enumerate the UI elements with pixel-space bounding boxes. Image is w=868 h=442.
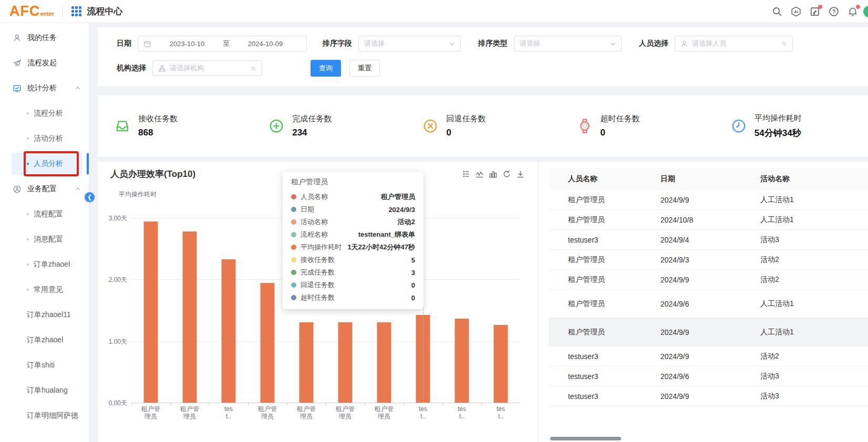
refresh-icon[interactable] — [503, 170, 511, 178]
x-axis-label: 租户管 理员 — [131, 405, 170, 420]
bar[interactable] — [144, 222, 158, 403]
stat-value: 234 — [292, 128, 332, 138]
bell-icon[interactable] — [847, 6, 859, 17]
tooltip-label: 活动名称 — [301, 217, 328, 227]
config-icon — [13, 185, 22, 194]
sidebar-subitem-label: 订单明细阿萨德 — [27, 411, 78, 420]
sort-field-label: 排序字段 — [323, 39, 352, 48]
bar[interactable] — [377, 322, 391, 403]
org-select-placeholder: 请选择机构 — [170, 64, 204, 73]
org-select-input[interactable]: 请选择机构 — [152, 60, 262, 76]
x-axis-label: tes t.. — [442, 405, 481, 420]
data-view-icon[interactable] — [462, 170, 470, 178]
stat-label: 完成任务数 — [292, 114, 332, 124]
person-select-input[interactable]: 请选择人员 — [675, 36, 793, 51]
table-row[interactable]: 租户管理员2024/9/9活动2 — [549, 270, 868, 290]
sort-field-select[interactable]: 请选择 — [358, 36, 461, 51]
date-start-value[interactable]: 2023-10-10 — [151, 40, 223, 48]
bar[interactable] — [338, 322, 353, 403]
chart-panel: 人员办理效率(Top10) 平均操作耗时 0.00天1.00天2.00天3.00… — [98, 162, 539, 442]
series-dot-icon — [291, 270, 296, 275]
memo-badge — [818, 5, 822, 9]
sort-type-select[interactable]: 请选择 — [514, 36, 622, 51]
sidebar-subitem-3-3[interactable]: 常用意见 — [0, 277, 89, 302]
chart-toolbar — [462, 170, 524, 178]
sidebar-subitem-3-1[interactable]: 消息配置 — [0, 227, 89, 252]
line-chart-icon[interactable] — [476, 170, 483, 178]
table-row[interactable]: testuser32024/9/4活动3 — [549, 230, 868, 250]
apps-grid-icon[interactable] — [71, 6, 81, 16]
filter-panel: 日期 2023-10-10 至 2024-10-09 排序字段 请选择 排序 — [98, 27, 868, 86]
table-cell: 2024/9/9 — [660, 276, 760, 284]
sidebar-item-0[interactable]: 我的任务 — [0, 25, 89, 50]
header-actions: AI ? — [771, 6, 859, 17]
sidebar-subitem-2-0[interactable]: 流程分析 — [0, 101, 89, 126]
bar[interactable] — [455, 319, 469, 403]
sidebar-subitem-3-4[interactable]: 订单zhaoel11 — [0, 302, 89, 328]
sidebar-subitem-3-2[interactable]: 订单zhaoel — [0, 252, 89, 277]
bar[interactable] — [183, 231, 197, 403]
series-dot-icon — [291, 295, 296, 300]
horizontal-scrollbar-thumb[interactable] — [550, 437, 621, 440]
bar[interactable] — [261, 283, 275, 403]
table-row[interactable]: 租户管理员2024/9/9人工活动1 — [549, 190, 868, 210]
table-row[interactable]: 租户管理员2024/9/6人工活动1 — [549, 290, 868, 318]
table-cell: 2024/9/4 — [660, 236, 760, 244]
x-circle-icon — [422, 118, 438, 134]
bar[interactable] — [299, 322, 314, 403]
reset-button[interactable]: 重置 — [349, 60, 380, 77]
memo-icon[interactable] — [809, 6, 821, 17]
table-row[interactable]: testuser32024/9/9活动3 — [549, 386, 868, 406]
tooltip-title: 租户管理员 — [291, 177, 415, 187]
search-button[interactable]: 查询 — [311, 60, 341, 77]
plus-circle-icon — [268, 118, 284, 134]
download-icon[interactable] — [516, 170, 524, 178]
sidebar-subitem-3-5[interactable]: 订单zhaoel — [0, 328, 89, 353]
sidebar-subitem-label: 常用意见 — [34, 285, 63, 294]
sidebar-subitem-2-2[interactable]: 人员分析 — [0, 151, 89, 176]
table-row[interactable]: 租户管理员2024/9/9人工活动1 — [549, 318, 868, 346]
stat-value: 868 — [138, 128, 178, 138]
table-row[interactable]: testuser32024/9/9活动2 — [549, 346, 868, 366]
sidebar-item-2[interactable]: 统计分析 — [0, 76, 89, 101]
search-icon[interactable] — [771, 6, 783, 17]
sidebar-collapse-button[interactable]: ❮ — [85, 192, 95, 202]
stat-card-0: 接收任务数868 — [98, 114, 252, 138]
logo-sub-text: enter — [40, 10, 55, 17]
tooltip-row: 活动名称活动2 — [291, 216, 415, 228]
sidebar-subitem-3-8[interactable]: 订单明细阿萨德 — [0, 403, 89, 428]
sidebar-item-label: 统计分析 — [27, 83, 57, 93]
inbox-icon — [115, 118, 130, 134]
user-icon — [13, 34, 22, 43]
sidebar-subitem-label: 流程分析 — [34, 109, 63, 118]
bar[interactable] — [494, 325, 508, 403]
table-row[interactable]: 租户管理员2024/10/8人工活动1 — [549, 210, 868, 230]
avatar[interactable] — [863, 6, 868, 17]
sidebar-subitem-label: 订单zhaoel — [27, 335, 63, 345]
sidebar-subitem-3-6[interactable]: 订单shiti — [0, 353, 89, 378]
column-header: 日期 — [660, 174, 760, 184]
sidebar-subitem-3-7[interactable]: 订单hualang — [0, 378, 89, 403]
chevron-up-icon — [75, 86, 80, 91]
table-row[interactable]: 租户管理员2024/9/3活动2 — [549, 250, 868, 270]
sidebar-subitem-3-0[interactable]: 流程配置 — [0, 202, 89, 227]
date-range-picker[interactable]: 2023-10-10 至 2024-10-09 — [138, 36, 307, 51]
tooltip-value: 2024/9/3 — [388, 206, 415, 214]
stat-label: 超时任务数 — [601, 114, 640, 124]
brand-logo[interactable]: AFC enter — [9, 3, 54, 19]
table-row[interactable]: testuser32024/9/6活动3 — [549, 366, 868, 386]
date-end-value[interactable]: 2024-10-09 — [230, 40, 301, 48]
bar[interactable] — [222, 259, 236, 403]
bar-chart-icon[interactable] — [489, 170, 497, 178]
tooltip-label: 接收任务数 — [301, 255, 335, 265]
table-cell: 人工活动1 — [760, 215, 868, 225]
sidebar-subitem-2-1[interactable]: 活动分析 — [0, 126, 89, 151]
sidebar-item-1[interactable]: 流程发起 — [0, 50, 89, 76]
sidebar-item-3[interactable]: 业务配置 — [0, 176, 89, 202]
ai-assistant-icon[interactable]: AI — [790, 6, 802, 17]
tooltip-value: testtenant_绑表单 — [358, 230, 415, 239]
sidebar-subitem-label: 人员分析 — [34, 159, 63, 169]
stat-label: 接收任务数 — [138, 114, 178, 124]
tooltip-label: 完成任务数 — [301, 268, 335, 277]
help-icon[interactable]: ? — [828, 6, 840, 17]
